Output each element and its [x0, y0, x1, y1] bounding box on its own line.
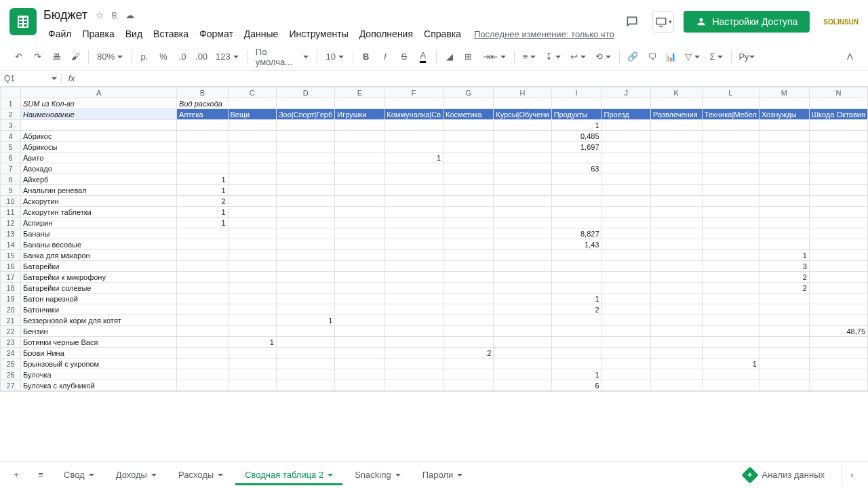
cell[interactable]: Батарейки к микрофону [21, 272, 177, 283]
cell[interactable] [650, 250, 702, 261]
cell[interactable] [809, 196, 867, 207]
cell[interactable] [276, 163, 334, 174]
cell[interactable] [335, 315, 384, 326]
row-header[interactable]: 1 [1, 98, 21, 109]
row-header[interactable]: 4 [1, 131, 21, 142]
cell[interactable]: 3 [759, 261, 809, 272]
cell[interactable]: 8,827 [551, 228, 601, 239]
cell[interactable] [494, 337, 551, 348]
cell[interactable] [276, 218, 334, 228]
cell[interactable]: Батарейки солевые [21, 283, 177, 293]
present-icon[interactable]: ▾ [652, 11, 674, 33]
cell[interactable] [601, 218, 650, 228]
cell[interactable] [702, 174, 759, 185]
row-header[interactable]: 20 [1, 304, 21, 315]
cloud-icon[interactable]: ☁ [125, 10, 134, 20]
functions-icon[interactable]: Σ [705, 48, 727, 66]
cell[interactable] [702, 348, 759, 359]
cell[interactable] [702, 131, 759, 142]
cell[interactable] [650, 120, 702, 131]
menu-Вид[interactable]: Вид [121, 26, 147, 42]
sheet-tab[interactable]: Свод [54, 464, 104, 485]
cell[interactable] [494, 348, 551, 359]
cell[interactable] [759, 218, 809, 228]
fill-color-icon[interactable]: ◢ [441, 48, 458, 66]
col-header[interactable]: M [759, 87, 809, 98]
cell[interactable] [228, 283, 276, 293]
cell[interactable] [228, 239, 276, 250]
row-header[interactable]: 22 [1, 326, 21, 337]
cell[interactable] [228, 196, 276, 207]
row-header[interactable]: 19 [1, 293, 21, 304]
cell[interactable]: Продукты [551, 109, 601, 120]
cell[interactable] [335, 185, 384, 196]
cell[interactable] [177, 228, 228, 239]
cell[interactable]: Батон нарезной [21, 293, 177, 304]
v-align-icon[interactable]: ↧ [541, 48, 565, 66]
cell[interactable] [650, 218, 702, 228]
cell[interactable]: 1 [384, 152, 443, 163]
cell[interactable] [228, 228, 276, 239]
last-edit-link[interactable]: Последнее изменение: только что [474, 29, 614, 39]
row-header[interactable]: 14 [1, 239, 21, 250]
cell[interactable] [443, 120, 494, 131]
cell[interactable] [809, 207, 867, 218]
cell[interactable] [443, 131, 494, 142]
cell[interactable]: Брынзовый с укропом [21, 359, 177, 369]
cell[interactable] [494, 142, 551, 152]
cell[interactable] [228, 142, 276, 152]
cell[interactable] [702, 218, 759, 228]
cell[interactable] [650, 152, 702, 163]
cell[interactable]: 1 [177, 218, 228, 228]
cell[interactable]: Хознужды [759, 109, 809, 120]
cell[interactable] [601, 359, 650, 369]
col-header[interactable]: L [702, 87, 759, 98]
cell[interactable] [702, 152, 759, 163]
cell[interactable]: Аскорутин [21, 196, 177, 207]
cell[interactable] [384, 369, 443, 380]
cell[interactable] [650, 369, 702, 380]
cell[interactable] [702, 196, 759, 207]
menu-Инструменты[interactable]: Инструменты [284, 26, 353, 42]
cell[interactable] [702, 337, 759, 348]
cell[interactable] [601, 120, 650, 131]
cell[interactable] [650, 315, 702, 326]
redo-icon[interactable]: ↷ [28, 48, 46, 66]
cell[interactable] [601, 348, 650, 359]
cell[interactable] [177, 304, 228, 315]
cell[interactable] [384, 359, 443, 369]
cell[interactable] [443, 293, 494, 304]
cell[interactable] [276, 207, 334, 218]
cell[interactable] [276, 196, 334, 207]
cell[interactable] [228, 315, 276, 326]
cell[interactable] [809, 283, 867, 293]
row-header[interactable]: 13 [1, 228, 21, 239]
cell[interactable] [335, 326, 384, 337]
cell[interactable] [21, 120, 177, 131]
cell[interactable] [759, 315, 809, 326]
filter-icon[interactable]: ▽ [681, 48, 704, 66]
cell[interactable] [443, 142, 494, 152]
cell[interactable]: 1 [177, 207, 228, 218]
cell[interactable] [443, 380, 494, 391]
cell[interactable] [601, 207, 650, 218]
cell[interactable]: Бананы [21, 228, 177, 239]
cell[interactable] [494, 359, 551, 369]
cell[interactable] [228, 218, 276, 228]
cell[interactable] [177, 369, 228, 380]
cell[interactable] [551, 185, 601, 196]
cell[interactable] [177, 120, 228, 131]
cell[interactable] [759, 196, 809, 207]
cell[interactable] [384, 142, 443, 152]
cell[interactable] [759, 326, 809, 337]
cell[interactable] [601, 239, 650, 250]
cell[interactable] [601, 337, 650, 348]
cell[interactable]: Развлечения [650, 109, 702, 120]
insert-chart-icon[interactable]: 📊 [662, 48, 679, 66]
cell[interactable]: Курсы|Обучени [494, 109, 551, 120]
col-header[interactable]: I [551, 87, 601, 98]
cell[interactable] [551, 326, 601, 337]
cell[interactable] [650, 304, 702, 315]
cell[interactable] [443, 359, 494, 369]
cell[interactable] [276, 348, 334, 359]
